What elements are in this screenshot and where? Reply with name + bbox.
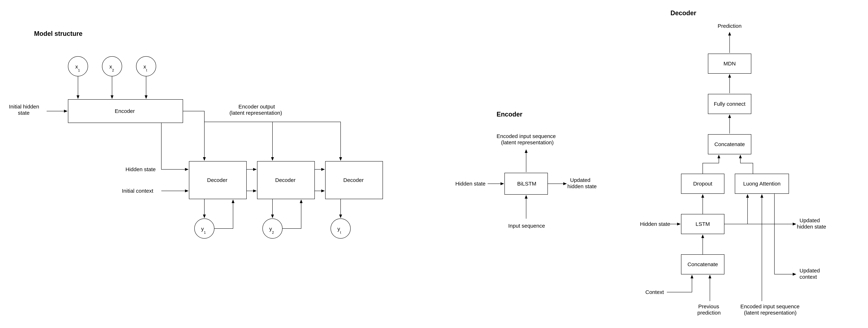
enc-updated-hidden-label: Updated hidden state (567, 177, 597, 189)
arrow-lstm-luong (724, 194, 747, 224)
output-y1-circle (194, 219, 214, 238)
dec-encoded-label: Encoded input sequence (latent represent… (740, 303, 801, 316)
svg-point-4 (136, 57, 156, 76)
input-xt: xt (136, 57, 156, 76)
decoder-3-label: Decoder (343, 177, 364, 183)
dec-context-label: Context (645, 289, 664, 295)
mdn-label: MDN (723, 61, 736, 66)
encoder-panel: Encoder Encoded input sequence (latent r… (455, 110, 597, 229)
hidden-state-label: Hidden state (125, 166, 156, 172)
arrow-context-concat (667, 275, 692, 292)
arrow-luong-concat (740, 155, 753, 174)
decoder-1-label: Decoder (207, 177, 227, 183)
decoder-2-label: Decoder (275, 177, 296, 183)
initial-hidden-label: Initial hidden state (9, 104, 41, 116)
luong-label: Luong Attention (743, 181, 781, 187)
arrow-luong-updated-ctx (774, 194, 796, 274)
concat-upper-label: Concatenate (714, 141, 745, 147)
arrow-hidden-to-dec1 (161, 123, 188, 169)
dec-prevpred-label: Previous prediction (698, 303, 721, 316)
arrow-enc-out-dec1 (183, 111, 204, 160)
dec-hidden-in-label: Hidden state (640, 221, 670, 227)
model-structure-title: Model structure (34, 30, 83, 37)
bilstm-label: BiLSTM (517, 181, 536, 187)
diagram-canvas: Model structure x1 x2 xt Encoder Initial… (0, 0, 868, 328)
model-structure-panel: Model structure x1 x2 xt Encoder Initial… (9, 30, 383, 238)
enc-inputseq-label: Input sequence (508, 223, 545, 229)
svg-point-2 (102, 57, 122, 76)
arrow-enc-out-dec2 (204, 122, 273, 160)
prediction-label: Prediction (718, 23, 741, 29)
output-yt-circle (331, 219, 350, 238)
encoder-title: Encoder (497, 110, 522, 118)
enc-hidden-state-label: Hidden state (455, 181, 486, 187)
arrow-y2-feedback (282, 200, 301, 229)
decoder-title: Decoder (671, 9, 696, 17)
encoder-label: Encoder (115, 108, 135, 114)
arrow-enc-out-dec3 (273, 122, 341, 160)
initial-context-label: Initial context (122, 188, 153, 194)
encoder-output-label: Encoder output (latent representation) (229, 104, 282, 116)
input-x1: x1 (68, 57, 88, 76)
arrow-y1-feedback (214, 200, 233, 229)
dropout-label: Dropout (693, 181, 712, 187)
dec-updated-ctx-label: Updated context (800, 268, 822, 280)
decoder-panel: Decoder Prediction MDN Fully connect Con… (640, 9, 826, 316)
svg-point-0 (68, 57, 88, 76)
input-x2: x2 (102, 57, 122, 76)
lstm-label: LSTM (695, 221, 710, 227)
arrow-dropout-concat (703, 155, 719, 174)
output-y2-circle (262, 219, 282, 238)
fc-label: Fully connect (714, 101, 746, 107)
encoded-seq-label: Encoded input sequence (latent represent… (497, 133, 557, 145)
concat-lower-label: Concatenate (687, 261, 718, 267)
dec-updated-hidden-label: Updated hidden state (797, 218, 826, 230)
